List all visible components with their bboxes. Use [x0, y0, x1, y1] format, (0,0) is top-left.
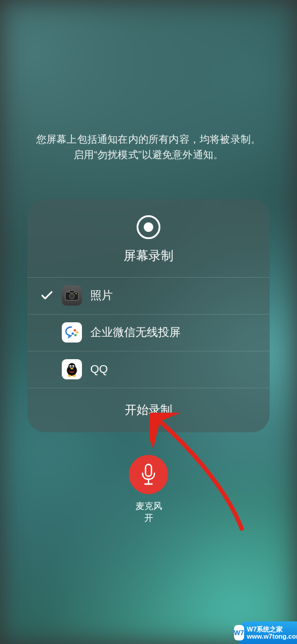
svg-point-5 [76, 331, 78, 334]
svg-rect-1 [69, 291, 74, 293]
start-record-button[interactable]: 开始录制 [27, 388, 270, 432]
watermark-badge: W7 [234, 625, 244, 640]
wecom-app-icon [62, 322, 82, 343]
watermark-text: W7系统之家 www.w7tong.com [247, 626, 298, 640]
svg-point-2 [69, 294, 74, 299]
qq-app-icon [62, 359, 82, 379]
mic-label-line-1: 麦克风 [135, 500, 162, 512]
microphone-label: 麦克风 开 [135, 500, 162, 524]
svg-point-3 [75, 293, 77, 294]
photos-app-icon [62, 285, 82, 306]
watermark: W7 W7系统之家 www.w7tong.com [239, 621, 297, 644]
mic-label-line-2: 开 [135, 512, 162, 524]
svg-point-13 [72, 366, 74, 367]
option-wecom[interactable]: 企业微信无线投屏 [27, 315, 270, 351]
svg-point-12 [70, 366, 71, 367]
watermark-line-2: www.w7tong.com [247, 633, 298, 640]
svg-point-7 [71, 332, 74, 335]
start-record-label: 开始录制 [125, 402, 172, 418]
record-icon [137, 215, 160, 239]
option-photos[interactable]: 照片 [27, 278, 270, 315]
tip-line-2: 启用“勿扰模式”以避免意外通知。 [36, 147, 261, 163]
option-label: 照片 [90, 288, 113, 303]
option-label: 企业微信无线投屏 [90, 325, 181, 340]
microphone-button[interactable] [129, 455, 168, 494]
option-qq[interactable]: QQ [27, 351, 270, 388]
watermark-line-1: W7系统之家 [247, 626, 298, 633]
microphone-toggle[interactable]: 麦克风 开 [129, 455, 168, 524]
screen-recording-card: 屏幕录制 照片 [27, 199, 270, 432]
option-label: QQ [90, 363, 108, 376]
tip-line-1: 您屏幕上包括通知在内的所有内容，均将被录制。 [36, 132, 261, 147]
svg-point-4 [74, 329, 76, 332]
svg-rect-17 [146, 464, 151, 476]
svg-point-14 [71, 368, 74, 370]
card-title: 屏幕录制 [124, 247, 173, 264]
svg-point-15 [68, 375, 71, 377]
svg-point-16 [72, 375, 76, 377]
svg-point-6 [74, 334, 77, 337]
recording-tip: 您屏幕上包括通知在内的所有内容，均将被录制。 启用“勿扰模式”以避免意外通知。 [36, 132, 261, 164]
microphone-icon [140, 463, 157, 486]
card-header: 屏幕录制 [27, 199, 270, 278]
checkmark-icon [38, 291, 56, 300]
